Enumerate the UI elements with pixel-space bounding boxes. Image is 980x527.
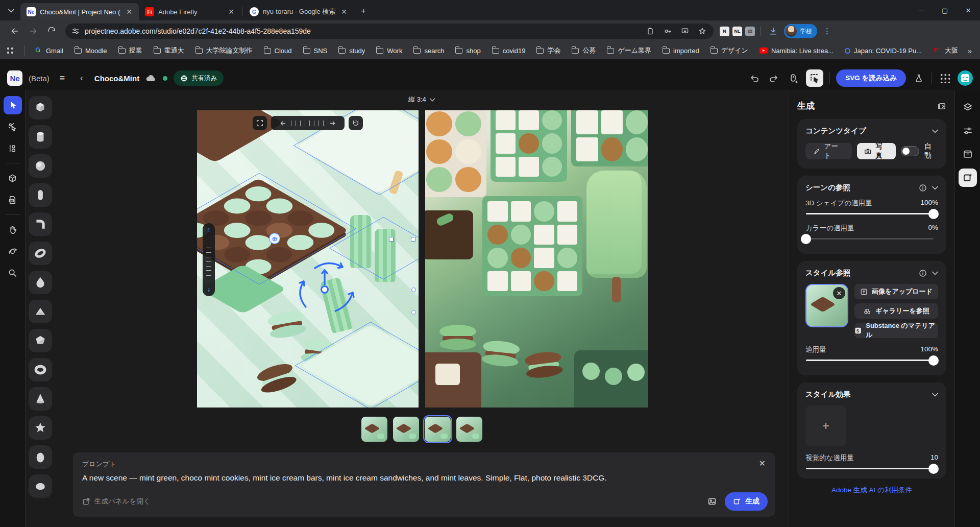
auto-toggle[interactable] (901, 146, 919, 156)
selection-handle[interactable] (389, 237, 394, 242)
upload-image-button[interactable]: 画像をアップロード (854, 284, 938, 299)
bookmark-item[interactable]: 学会 (536, 46, 560, 55)
new-tab-button[interactable]: + (357, 5, 370, 18)
bookmark-item[interactable]: covid19 (492, 47, 526, 55)
hand-tool-button[interactable] (4, 221, 22, 239)
bookmarks-overflow-button[interactable]: » (968, 46, 972, 55)
tab-google-search[interactable]: G nyu-toraru - Google 検索 ✕ (243, 3, 354, 20)
zoom-tool-button[interactable] (4, 264, 22, 282)
bookmark-item[interactable]: Japan: COVID-19 Pu... (845, 47, 922, 55)
shape-star-button[interactable] (29, 416, 52, 440)
selection-handle[interactable] (411, 310, 416, 315)
shape-torus-button[interactable] (29, 358, 52, 381)
style-amount-slider[interactable] (806, 360, 934, 361)
chevron-down-icon[interactable] (932, 271, 938, 275)
shape-cone-button[interactable] (29, 387, 52, 411)
slider-knob[interactable] (928, 209, 939, 219)
bookmark-item[interactable]: Moodle (75, 47, 107, 55)
input-device-button[interactable] (787, 71, 800, 85)
shape-bent-sheet-button[interactable] (29, 212, 52, 236)
main-menu-button[interactable]: ≡ (56, 71, 69, 85)
slider-knob[interactable] (928, 355, 939, 366)
bookmark-item[interactable]: imported (663, 47, 699, 55)
arrow-up-icon[interactable]: ↑ (207, 226, 210, 233)
generated-image[interactable] (425, 110, 648, 408)
deepl-extension-icon[interactable]: NL (732, 27, 742, 36)
tab-close-icon[interactable]: ✕ (339, 8, 349, 16)
shape-pentagon-prism-button[interactable] (29, 329, 52, 352)
reset-view-button[interactable] (349, 116, 363, 130)
maximize-button[interactable]: ▢ (933, 0, 957, 20)
info-icon[interactable] (919, 269, 927, 277)
select-tool-button[interactable] (4, 96, 22, 114)
tab-actions-menu-button[interactable] (4, 4, 18, 18)
variation-thumbnail-3-selected[interactable] (425, 417, 451, 442)
bookmark-item[interactable]: 授業 (118, 46, 142, 55)
beta-feedback-button[interactable] (912, 71, 925, 85)
generate-panel-button[interactable] (959, 169, 977, 187)
apps-waffle-button[interactable] (938, 71, 951, 85)
profile-button[interactable]: 学校 (784, 24, 817, 38)
reference-image-button[interactable] (704, 494, 720, 509)
info-icon[interactable] (919, 184, 927, 192)
bookmark-item[interactable]: study (338, 47, 365, 55)
bookmark-item[interactable]: search (413, 47, 444, 55)
bookmark-item[interactable]: Cloud (264, 47, 292, 55)
extrude-tool-button[interactable] (4, 169, 22, 187)
collapse-panel-icon[interactable] (937, 102, 946, 110)
bookmark-item[interactable]: SNS (303, 47, 328, 55)
transform-gizmo[interactable] (286, 256, 363, 322)
fit-view-button[interactable] (253, 116, 267, 130)
visual-amount-slider[interactable] (806, 468, 934, 469)
bookmark-item[interactable]: Gmail (35, 47, 63, 55)
bookmark-item[interactable]: デザイン (710, 46, 748, 55)
shape-sphere-button[interactable] (29, 154, 52, 178)
prompt-bar[interactable]: プロンプト ✕ A new scene — mint green, choco … (73, 452, 775, 517)
bookmark-item[interactable]: shop (455, 47, 480, 55)
chevron-down-icon[interactable] (932, 129, 938, 133)
chevron-down-icon[interactable] (932, 393, 938, 397)
layers-panel-button[interactable] (959, 98, 977, 116)
shape-cylinder-button[interactable] (29, 125, 52, 149)
orbit-tool-button[interactable] (4, 242, 22, 260)
shape-cube-button[interactable] (29, 96, 52, 119)
variation-thumbnail-1[interactable] (361, 417, 387, 442)
open-generate-panel-button[interactable]: 生成パネルを開く (82, 497, 151, 506)
notion-extension-icon[interactable]: N (720, 27, 729, 36)
forward-button[interactable] (26, 23, 41, 39)
password-manager-button[interactable] (662, 25, 674, 37)
globe-badge-icon[interactable]: ⊕ (269, 233, 280, 244)
url-text[interactable]: projectneo.adobe.com/studio/e02d7c2f-41e… (85, 27, 639, 35)
redo-button[interactable] (767, 71, 780, 85)
direct-select-tool-button[interactable] (4, 117, 22, 136)
bookmark-item[interactable]: Work (376, 47, 402, 55)
bookmark-item[interactable]: Namibia: Live strea... (760, 47, 834, 55)
shape-blob-button[interactable] (29, 474, 52, 498)
color-amount-slider[interactable] (806, 238, 934, 239)
genai-terms-link[interactable]: Adobe 生成 AI の利用条件 (797, 486, 946, 495)
load-svg-button[interactable]: SVG を読み込み (836, 69, 906, 87)
aspect-ratio-dropdown[interactable]: 縦 3:4 (408, 95, 435, 104)
prompt-close-button[interactable]: ✕ (759, 459, 766, 468)
prompt-text[interactable]: A new scene — mint green, choco mint coo… (82, 473, 741, 483)
apps-grid-icon[interactable] (6, 46, 14, 55)
zoom-slider[interactable]: ↑ ↓ (203, 223, 215, 296)
shape-wedge-button[interactable] (29, 300, 52, 323)
minimize-button[interactable]: — (910, 0, 933, 20)
slider-knob[interactable] (928, 464, 939, 474)
shape-amount-slider[interactable] (806, 213, 934, 214)
import-svg-tool-button[interactable]: SVG (4, 190, 22, 209)
account-avatar[interactable] (958, 70, 973, 86)
bookmark-star-button[interactable] (696, 25, 708, 37)
selection-handle[interactable] (411, 288, 416, 292)
scene-editor-viewport[interactable]: ↑ ↓ ⊕ (197, 110, 419, 408)
bookmark-item[interactable]: 公募 (572, 46, 596, 55)
substance-materials-button[interactable]: S Substance のマテリアル (854, 323, 938, 338)
bookmark-item[interactable]: 電通大 (154, 46, 184, 55)
clipper-extension-icon[interactable]: ▤ (745, 27, 755, 36)
add-style-effect-button[interactable]: + (805, 405, 846, 446)
undo-button[interactable] (748, 71, 761, 85)
bookmark-item[interactable]: 大阪府 新型コロナ... (933, 46, 958, 55)
reload-button[interactable] (44, 23, 59, 39)
shape-droplet-button[interactable] (29, 271, 52, 294)
